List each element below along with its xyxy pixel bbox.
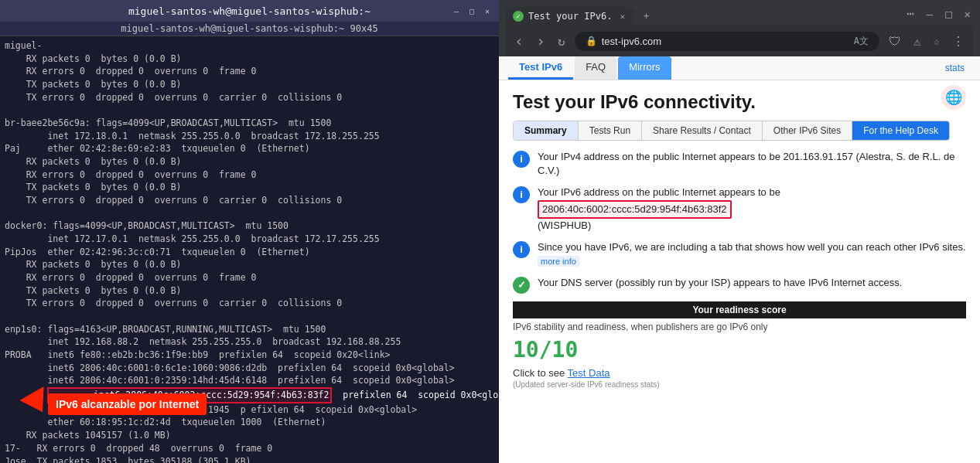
terminal-subtitle: miguel-santos-wh@miguel-santos-wisphub:~…: [0, 22, 499, 36]
forward-button[interactable]: ›: [533, 30, 548, 52]
minimize-browser-button[interactable]: –: [924, 6, 936, 22]
terminal-line: inet 172.17.0.1 netmask 255.255.0.0 broa…: [5, 233, 494, 246]
ipv6-address: 2806:40c:6002:cccc:5d29:954f:4b63:83f2: [538, 200, 732, 219]
info-text-dns: Your DNS server (possibly run by your IS…: [538, 276, 902, 290]
reload-button[interactable]: ↻: [555, 32, 569, 50]
inner-tab-share-results[interactable]: Share Results / Contact: [642, 121, 763, 140]
terminal-line: [5, 310, 494, 323]
info-text-ipv6: Your IPv6 address on the public Internet…: [538, 186, 780, 233]
info-text-ipv6-tab: Since you have IPv6, we are including a …: [538, 240, 966, 268]
info-icon-dns: ✓: [513, 277, 530, 294]
terminal-line: [5, 207, 494, 220]
ipv6-highlighted-line: inet6 2806:40c:6002:cccc:5d29:954f:4b63:…: [5, 387, 494, 403]
ipv6-address-highlight: inet6 2806:40c:6002:cccc:5d29:954f:4b63:…: [47, 387, 332, 403]
address-text: test-ipv6.com: [602, 36, 849, 47]
new-tab-button[interactable]: +: [636, 7, 657, 26]
info-row-ipv6: i Your IPv6 address on the public Intern…: [513, 186, 966, 233]
terminal-line: docker0: flags=4099<UP,BROADCAST,MULTICA…: [5, 220, 494, 233]
more-info-link[interactable]: more info: [538, 256, 579, 267]
site-navigation: Test IPv6 FAQ Mirrors stats: [499, 56, 980, 80]
terminal-line: inet6 2806:40C:6000:598C:2290:1945 p efi…: [5, 403, 494, 417]
terminal-line: TX errors 0 dropped 0 overruns 0 carrier…: [5, 194, 494, 207]
nav-tab-mirrors[interactable]: Mirrors: [618, 56, 671, 80]
terminal-line: ether 60:18:95:1c:d2:4d txqueuelen 1000 …: [5, 416, 494, 429]
info-row-ipv6-tab: i Since you have IPv6, we are including …: [513, 240, 966, 268]
tab-title: Test your IPv6.: [528, 11, 612, 22]
terminal-line: TX packets 0 bytes 0 (0.0 B): [5, 284, 494, 298]
terminal-line: inet 172.18.0.1 netmask 255.255.0.0 broa…: [5, 130, 494, 143]
inner-tabs: Summary Tests Run Share Results / Contac…: [513, 121, 950, 141]
terminal-line: Jose TX packets 1853 bytes 305188 (305.1…: [5, 455, 494, 464]
more-options-icon[interactable]: ⋮: [949, 32, 968, 50]
tab-favicon-icon: ✓: [513, 11, 524, 22]
browser-chrome: ✓ Test your IPv6. ✕ + ⋯ – □ ✕ ‹ › ↻ 🔒 te…: [499, 0, 980, 56]
inner-tab-other-ipv6[interactable]: Other IPv6 Sites: [763, 121, 852, 140]
terminal-line: TX packets 0 bytes 0 (0.0 B): [5, 78, 494, 91]
score-display: 10/10: [513, 337, 966, 363]
browser-tab-active[interactable]: ✓ Test your IPv6. ✕: [505, 7, 634, 26]
site-body: 🌐 Test your IPv6 connectivity. Summary T…: [499, 80, 980, 463]
minimize-button[interactable]: –: [451, 5, 462, 16]
terminal-line: TX packets 0 bytes 0 (0.0 B): [5, 181, 494, 194]
address-bar[interactable]: 🔒 test-ipv6.com A文: [575, 32, 879, 51]
address-lock-icon: 🔒: [586, 36, 597, 46]
translate-icon[interactable]: A文: [854, 35, 869, 48]
new-tab-icon: +: [644, 11, 649, 22]
info-icon-ipv6-tab: i: [513, 241, 530, 258]
inner-tab-summary[interactable]: Summary: [514, 121, 579, 140]
restore-browser-button[interactable]: □: [942, 6, 954, 22]
updated-note: (Updated server-side IPv6 readiness stat…: [513, 380, 966, 389]
terminal-line: PipJos ether 02:42:96:3c:c0:71 txqueuele…: [5, 246, 494, 259]
test-data-link[interactable]: Test Data: [568, 367, 610, 379]
terminal-line: RX packets 0 bytes 0 (0.0 B): [5, 155, 494, 169]
extensions-icon[interactable]: 🛡: [886, 32, 904, 50]
terminal-line: miguel-: [5, 39, 494, 53]
terminal-window-controls[interactable]: – □ ✕: [451, 5, 493, 16]
info-row-dns: ✓ Your DNS server (possibly run by your …: [513, 276, 966, 294]
browser-toolbar: ‹ › ↻ 🔒 test-ipv6.com A文 🛡 ⚠ ☆ ⋮: [505, 26, 974, 56]
terminal-line: TX errors 0 dropped 0 overruns 0 carrier…: [5, 297, 494, 310]
readiness-bar: Your readiness score: [513, 301, 966, 318]
translate-float-button[interactable]: 🌐: [941, 85, 966, 110]
terminal-line: PROBA inet6 fe80::eb2b:bc36:1f9e:bb9 pre…: [5, 349, 494, 362]
browser-menu-icon[interactable]: ⋯: [903, 5, 917, 22]
nav-stats-link[interactable]: stats: [939, 58, 971, 78]
terminal-line: RX packets 1045157 (1.0 MB): [5, 429, 494, 442]
terminal-line: RX errors 0 dropped 0 overruns 0 frame 0: [5, 65, 494, 78]
inner-tab-help-desk[interactable]: For the Help Desk: [852, 121, 949, 140]
terminal-titlebar: miguel-santos-wh@miguel-santos-wisphub:~…: [0, 0, 499, 22]
click-test-label: Click to see: [513, 367, 565, 379]
inner-tab-tests-run[interactable]: Tests Run: [579, 121, 642, 140]
terminal-pane: miguel-santos-wh@miguel-santos-wisphub:~…: [0, 0, 499, 463]
info-text-ipv4: Your IPv4 address on the public Internet…: [538, 150, 966, 178]
site-heading: Test your IPv6 connectivity.: [513, 91, 966, 113]
info-row-ipv4: i Your IPv4 address on the public Intern…: [513, 150, 966, 178]
terminal-line: [5, 104, 494, 117]
terminal-line: inet6 2806:40c:6001:0:6c1e:1060:9086:d2d…: [5, 362, 494, 375]
terminal-line: Paj ether 02:42:8e:69:e2:83 txqueuelen 0…: [5, 142, 494, 155]
terminal-line: inet 192.168.88.2 netmask 255.255.255.0 …: [5, 335, 494, 349]
profile-icon[interactable]: ⚠: [910, 32, 924, 50]
close-browser-button[interactable]: ✕: [961, 6, 974, 22]
bookmark-icon[interactable]: ☆: [930, 33, 943, 49]
terminal-line: RX packets 0 bytes 0 (0.0 B): [5, 53, 494, 66]
browser-pane: ✓ Test your IPv6. ✕ + ⋯ – □ ✕ ‹ › ↻ 🔒 te…: [499, 0, 980, 463]
nav-tab-faq[interactable]: FAQ: [575, 56, 616, 80]
terminal-line: RX packets 0 bytes 0 (0.0 B): [5, 258, 494, 271]
tab-close-button[interactable]: ✕: [620, 12, 625, 22]
terminal-line: RX errors 0 dropped 0 overruns 0 frame 0: [5, 271, 494, 284]
terminal-line: TX errors 0 dropped 0 overruns 0 carrier…: [5, 91, 494, 104]
back-button[interactable]: ‹: [511, 30, 527, 52]
maximize-button[interactable]: □: [466, 5, 477, 16]
nav-tab-test-ipv6[interactable]: Test IPv6: [508, 56, 573, 80]
terminal-line: enp1s0: flags=4163<UP,BROADCAST,RUNNING,…: [5, 323, 494, 336]
click-test-data: Click to see Test Data: [513, 367, 966, 379]
terminal-line: br-baee2be56c9a: flags=4099<UP,BROADCAST…: [5, 117, 494, 130]
readiness-description: IPv6 stability and readiness, when publi…: [513, 322, 966, 332]
close-button[interactable]: ✕: [482, 5, 493, 16]
terminal-line: 17- RX errors 0 dropped 48 overruns 0 fr…: [5, 442, 494, 455]
info-icon-ipv4: i: [513, 151, 530, 168]
terminal-line: RX errors 0 dropped 0 overruns 0 frame 0: [5, 169, 494, 182]
terminal-line: inet6 2806:40c:6001:0:2359:14hd:45d4:614…: [5, 374, 494, 387]
browser-tabs: ✓ Test your IPv6. ✕ + ⋯ – □ ✕: [505, 5, 974, 26]
